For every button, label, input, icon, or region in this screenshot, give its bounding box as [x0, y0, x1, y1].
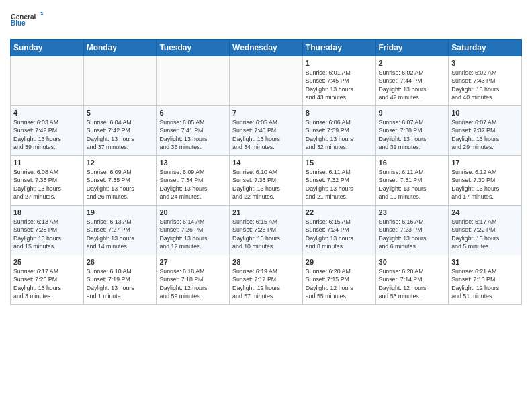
- calendar-cell: 23Sunrise: 6:16 AM Sunset: 7:23 PM Dayli…: [375, 205, 449, 255]
- day-number: 28: [232, 258, 300, 266]
- day-info: Sunrise: 6:15 AM Sunset: 7:24 PM Dayligh…: [306, 218, 373, 250]
- calendar-cell: 4Sunrise: 6:03 AM Sunset: 7:42 PM Daylig…: [11, 106, 84, 156]
- calendar-cell: 11Sunrise: 6:08 AM Sunset: 7:36 PM Dayli…: [11, 156, 84, 205]
- day-number: 4: [13, 109, 81, 117]
- day-number: 17: [451, 158, 519, 167]
- calendar-cell: 17Sunrise: 6:12 AM Sunset: 7:30 PM Dayli…: [449, 156, 522, 205]
- day-number: 19: [87, 208, 154, 216]
- calendar-cell: 6Sunrise: 6:05 AM Sunset: 7:41 PM Daylig…: [157, 106, 230, 156]
- day-number: 2: [379, 59, 446, 67]
- calendar-cell: 31Sunrise: 6:21 AM Sunset: 7:13 PM Dayli…: [449, 255, 522, 305]
- calendar-cell: [83, 56, 157, 106]
- calendar-cell: 9Sunrise: 6:07 AM Sunset: 7:38 PM Daylig…: [375, 106, 449, 156]
- day-number: 5: [87, 109, 154, 117]
- day-number: 20: [159, 208, 226, 216]
- day-number: 13: [159, 158, 226, 167]
- day-info: Sunrise: 6:09 AM Sunset: 7:35 PM Dayligh…: [87, 168, 154, 201]
- day-number: 11: [13, 158, 81, 167]
- day-number: 6: [159, 109, 226, 117]
- calendar-cell: 22Sunrise: 6:15 AM Sunset: 7:24 PM Dayli…: [302, 205, 375, 255]
- calendar-cell: 24Sunrise: 6:17 AM Sunset: 7:22 PM Dayli…: [449, 205, 522, 255]
- day-number: 23: [379, 208, 446, 216]
- day-info: Sunrise: 6:21 AM Sunset: 7:13 PM Dayligh…: [451, 267, 519, 300]
- calendar-cell: [230, 56, 303, 106]
- calendar-cell: 10Sunrise: 6:07 AM Sunset: 7:37 PM Dayli…: [449, 106, 522, 156]
- day-number: 26: [87, 258, 154, 266]
- calendar-cell: 18Sunrise: 6:13 AM Sunset: 7:28 PM Dayli…: [11, 205, 84, 255]
- day-info: Sunrise: 6:10 AM Sunset: 7:33 PM Dayligh…: [232, 168, 300, 201]
- calendar-cell: 15Sunrise: 6:11 AM Sunset: 7:32 PM Dayli…: [302, 156, 375, 205]
- day-number: 3: [451, 59, 519, 67]
- svg-text:Blue: Blue: [11, 19, 26, 27]
- calendar-cell: 3Sunrise: 6:02 AM Sunset: 7:43 PM Daylig…: [449, 56, 522, 106]
- day-info: Sunrise: 6:11 AM Sunset: 7:31 PM Dayligh…: [379, 168, 446, 201]
- calendar-week-row: 25Sunrise: 6:17 AM Sunset: 7:20 PM Dayli…: [11, 255, 522, 305]
- day-number: 21: [232, 208, 300, 216]
- calendar-cell: 20Sunrise: 6:14 AM Sunset: 7:26 PM Dayli…: [157, 205, 230, 255]
- day-number: 24: [451, 208, 519, 216]
- day-info: Sunrise: 6:12 AM Sunset: 7:30 PM Dayligh…: [451, 168, 519, 201]
- day-number: 16: [379, 158, 446, 167]
- calendar-cell: 8Sunrise: 6:06 AM Sunset: 7:39 PM Daylig…: [302, 106, 375, 156]
- day-info: Sunrise: 6:02 AM Sunset: 7:44 PM Dayligh…: [379, 68, 446, 101]
- calendar-cell: 21Sunrise: 6:15 AM Sunset: 7:25 PM Dayli…: [230, 205, 303, 255]
- day-info: Sunrise: 6:03 AM Sunset: 7:42 PM Dayligh…: [13, 118, 81, 151]
- calendar-cell: 29Sunrise: 6:20 AM Sunset: 7:15 PM Dayli…: [302, 255, 375, 305]
- calendar-cell: [157, 56, 230, 106]
- calendar-cell: 25Sunrise: 6:17 AM Sunset: 7:20 PM Dayli…: [11, 255, 84, 305]
- day-info: Sunrise: 6:16 AM Sunset: 7:23 PM Dayligh…: [379, 218, 446, 250]
- weekday-header-saturday: Saturday: [449, 40, 522, 56]
- calendar-cell: 28Sunrise: 6:19 AM Sunset: 7:17 PM Dayli…: [230, 255, 303, 305]
- calendar-cell: 2Sunrise: 6:02 AM Sunset: 7:44 PM Daylig…: [375, 56, 449, 106]
- day-info: Sunrise: 6:20 AM Sunset: 7:14 PM Dayligh…: [379, 267, 446, 300]
- day-info: Sunrise: 6:20 AM Sunset: 7:15 PM Dayligh…: [306, 267, 373, 300]
- day-info: Sunrise: 6:13 AM Sunset: 7:27 PM Dayligh…: [87, 218, 154, 250]
- weekday-header-monday: Monday: [83, 40, 157, 56]
- calendar-cell: 16Sunrise: 6:11 AM Sunset: 7:31 PM Dayli…: [375, 156, 449, 205]
- calendar-cell: 14Sunrise: 6:10 AM Sunset: 7:33 PM Dayli…: [230, 156, 303, 205]
- day-info: Sunrise: 6:17 AM Sunset: 7:20 PM Dayligh…: [13, 267, 81, 300]
- calendar-cell: 27Sunrise: 6:18 AM Sunset: 7:18 PM Dayli…: [157, 255, 230, 305]
- day-number: 8: [306, 109, 373, 117]
- weekday-header-sunday: Sunday: [11, 40, 84, 56]
- weekday-header-friday: Friday: [375, 40, 449, 56]
- calendar-cell: 1Sunrise: 6:01 AM Sunset: 7:45 PM Daylig…: [302, 56, 375, 106]
- weekday-header-wednesday: Wednesday: [230, 40, 303, 56]
- day-number: 27: [159, 258, 226, 266]
- logo-svg: General Blue: [10, 7, 44, 34]
- day-number: 9: [379, 109, 446, 117]
- calendar-cell: 7Sunrise: 6:05 AM Sunset: 7:40 PM Daylig…: [230, 106, 303, 156]
- calendar-week-row: 4Sunrise: 6:03 AM Sunset: 7:42 PM Daylig…: [11, 106, 522, 156]
- calendar-cell: 26Sunrise: 6:18 AM Sunset: 7:19 PM Dayli…: [83, 255, 157, 305]
- calendar-cell: [11, 56, 84, 106]
- weekday-header-thursday: Thursday: [302, 40, 375, 56]
- day-number: 30: [379, 258, 446, 266]
- day-info: Sunrise: 6:01 AM Sunset: 7:45 PM Dayligh…: [306, 68, 373, 101]
- day-info: Sunrise: 6:13 AM Sunset: 7:28 PM Dayligh…: [13, 218, 81, 250]
- calendar-header-row: SundayMondayTuesdayWednesdayThursdayFrid…: [11, 40, 522, 56]
- calendar-week-row: 18Sunrise: 6:13 AM Sunset: 7:28 PM Dayli…: [11, 205, 522, 255]
- calendar-week-row: 1Sunrise: 6:01 AM Sunset: 7:45 PM Daylig…: [11, 56, 522, 106]
- logo: General Blue: [10, 7, 44, 34]
- day-info: Sunrise: 6:18 AM Sunset: 7:19 PM Dayligh…: [87, 267, 154, 300]
- page-header: General Blue: [10, 7, 522, 34]
- calendar-cell: 13Sunrise: 6:09 AM Sunset: 7:34 PM Dayli…: [157, 156, 230, 205]
- day-number: 18: [13, 208, 81, 216]
- calendar-week-row: 11Sunrise: 6:08 AM Sunset: 7:36 PM Dayli…: [11, 156, 522, 205]
- svg-marker-3: [40, 13, 44, 15]
- calendar-cell: 30Sunrise: 6:20 AM Sunset: 7:14 PM Dayli…: [375, 255, 449, 305]
- svg-marker-2: [40, 12, 44, 14]
- calendar-cell: 12Sunrise: 6:09 AM Sunset: 7:35 PM Dayli…: [83, 156, 157, 205]
- page-container: General Blue SundayMondayTuesdayWednesda…: [0, 0, 532, 308]
- day-info: Sunrise: 6:09 AM Sunset: 7:34 PM Dayligh…: [159, 168, 226, 201]
- day-info: Sunrise: 6:14 AM Sunset: 7:26 PM Dayligh…: [159, 218, 226, 250]
- day-info: Sunrise: 6:04 AM Sunset: 7:42 PM Dayligh…: [87, 118, 154, 151]
- day-info: Sunrise: 6:02 AM Sunset: 7:43 PM Dayligh…: [451, 68, 519, 101]
- day-info: Sunrise: 6:11 AM Sunset: 7:32 PM Dayligh…: [306, 168, 373, 201]
- weekday-header-tuesday: Tuesday: [157, 40, 230, 56]
- calendar-cell: 5Sunrise: 6:04 AM Sunset: 7:42 PM Daylig…: [83, 106, 157, 156]
- day-info: Sunrise: 6:19 AM Sunset: 7:17 PM Dayligh…: [232, 267, 300, 300]
- day-info: Sunrise: 6:18 AM Sunset: 7:18 PM Dayligh…: [159, 267, 226, 300]
- day-info: Sunrise: 6:06 AM Sunset: 7:39 PM Dayligh…: [306, 118, 373, 151]
- day-info: Sunrise: 6:05 AM Sunset: 7:40 PM Dayligh…: [232, 118, 300, 151]
